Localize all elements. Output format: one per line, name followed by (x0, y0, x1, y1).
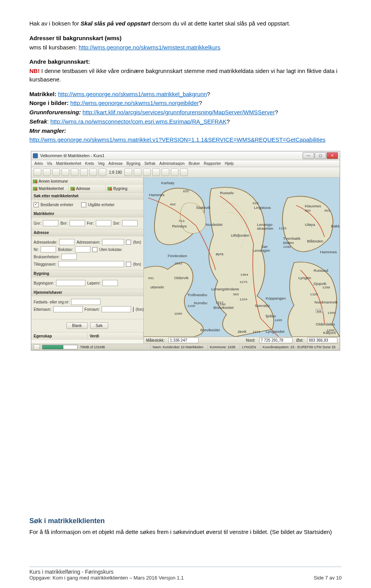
map-label: Jøvik (237, 330, 247, 334)
map-column: KarlsøyHansnes655492RusselvStakkvik713Re… (144, 178, 340, 344)
wms-heading: Adresser til bakgrunnskart (wms) (29, 34, 342, 42)
layer-icon (107, 187, 112, 191)
inp-bruks[interactable] (61, 254, 77, 260)
toolbar-scale[interactable]: 1:8 190 (108, 170, 123, 175)
layer-icon (33, 180, 37, 183)
map-label: Russelv (220, 191, 234, 195)
minimize-button[interactable]: — (303, 152, 314, 159)
chk-fon-3[interactable] (133, 307, 134, 312)
map-label: straumen (257, 227, 273, 230)
toolbar-btn[interactable] (71, 168, 78, 176)
menu-krets[interactable]: Krets (85, 161, 94, 166)
menu-adresse[interactable]: Adresse (109, 161, 123, 166)
ref-norge: Norge i bilder: http://wms.geonorge.no/s… (29, 99, 342, 107)
map-label: Trollvassbu (187, 293, 207, 297)
toolbar-btn[interactable] (152, 168, 160, 176)
layer-icon (70, 187, 75, 191)
chk-bestaende[interactable]: ✓ (34, 202, 39, 207)
map-label: Rotsund (313, 269, 328, 273)
link-grunn[interactable]: http://kart.klif.no/arcgis/services/grun… (83, 109, 275, 115)
link-matrikkel[interactable]: http://wms.geonorge.no/skwms1/wms.matrik… (58, 91, 207, 97)
map-label: Blåtinden (307, 239, 323, 243)
inp-etter[interactable] (53, 306, 83, 312)
inp-lopenr[interactable] (102, 280, 118, 286)
side-tab-annen[interactable]: Annen kommune (31, 178, 143, 185)
side-tabs-lower: Matrikkelenhet Adresse Bygning (31, 185, 143, 192)
chk-fon-1[interactable] (126, 240, 131, 245)
inp-adnavn[interactable] (102, 239, 124, 245)
toolbar-btn[interactable] (99, 168, 106, 176)
inp-fnr[interactable] (96, 220, 111, 226)
menu-matrikkelenhet[interactable]: Matrikkelenhet (56, 161, 81, 166)
inp-tillegg[interactable] (58, 261, 124, 267)
map-label: Svensby (255, 304, 270, 308)
toolbar-btn[interactable] (134, 168, 141, 176)
map-label: 1089 (174, 312, 182, 315)
menu-rapporter[interactable]: Rapporter (204, 161, 221, 166)
side-tab-bygning[interactable]: Bygning (106, 185, 143, 192)
menubar: Arkiv Vis Matrikkelenhet Krets Veg Adres… (31, 160, 340, 167)
close-button[interactable]: ✕ (327, 152, 338, 159)
results-table-body (31, 340, 143, 344)
menu-vis[interactable]: Vis (47, 161, 52, 166)
toolbar-btn[interactable] (180, 168, 188, 176)
inp-snr[interactable] (122, 220, 138, 226)
map-label: Lenangs- (257, 222, 273, 226)
map-label: 1125 (279, 227, 286, 230)
toolbar-btn[interactable] (43, 168, 51, 176)
group-matrikkelnr: Matrikkelnr (31, 210, 143, 217)
toolbar-btn[interactable] (52, 168, 60, 176)
inp-fods[interactable] (71, 299, 100, 305)
menu-hjelp[interactable]: Hjelp (225, 161, 234, 166)
link-norge[interactable]: http://wms.geonorge.no/skwms1/wms.norgei… (70, 100, 199, 106)
inp-bnr[interactable] (70, 220, 85, 226)
map-label: 1109 (187, 304, 195, 308)
toolbar-btn[interactable] (143, 168, 151, 176)
map-label: 1140 (218, 302, 226, 306)
inp-fornavn[interactable] (102, 306, 131, 312)
map-label: 655 (183, 190, 189, 193)
statusbar: 79MB of 131MB Navn: Kursbruker 10 Matrik… (31, 344, 340, 350)
inp-gnr[interactable] (43, 220, 58, 226)
chk-fon-2[interactable] (126, 262, 131, 267)
menu-arkiv[interactable]: Arkiv (34, 161, 43, 166)
link-sefrak[interactable]: http://wms.ra.no/wmsconnector/com.esri.w… (50, 118, 226, 125)
inp-adkode[interactable] (59, 239, 75, 245)
menu-bruker[interactable]: Bruker (189, 161, 200, 166)
search-button[interactable]: Søk (90, 322, 109, 329)
toolbar-btn[interactable] (61, 168, 69, 176)
toolbar-btn[interactable] (124, 168, 132, 176)
toolbar-btn[interactable] (80, 168, 88, 176)
menu-veg[interactable]: Veg (98, 161, 104, 166)
wms-link-kursbasen[interactable]: http://wms.geonorge.no/skwms1/wmstest.ma… (79, 44, 221, 51)
footer-page: Side 7 av 10 (314, 575, 342, 581)
ref-grunn: Grunnforurensing: http://kart.klif.no/ar… (29, 108, 342, 117)
map-label: 603 (325, 209, 330, 212)
ref-sefrak: Sefrak: http://wms.ra.no/wmsconnector/co… (29, 117, 342, 126)
section-body-search: For å få informasjon om et objekt må det… (29, 528, 342, 536)
blank-button[interactable]: Blank (66, 322, 88, 329)
chk-utgatte[interactable] (81, 202, 86, 207)
link-mnr[interactable]: http://wms.geonorge.no/skwms1/wms.matrik… (29, 136, 325, 143)
map-label: Nordeidet (206, 222, 223, 226)
maximize-button[interactable]: ▢ (315, 152, 326, 159)
status-icon[interactable] (34, 344, 40, 350)
map-label: 1320 (310, 292, 318, 296)
scale-value[interactable]: 1:336 247 (168, 337, 199, 343)
chk-uten[interactable] (92, 247, 97, 252)
toolbar-btn[interactable] (171, 168, 179, 176)
inp-bygnr[interactable] (56, 280, 85, 286)
inp-bokstav[interactable] (75, 246, 90, 252)
map-label: Tverrbakk (283, 237, 301, 241)
menu-administrasjon[interactable]: Administrasjon (159, 161, 185, 166)
toolbar-btn[interactable] (162, 168, 169, 176)
layer-icon (33, 187, 37, 191)
map-view[interactable]: KarlsøyHansnes655492RusselvStakkvik713Re… (144, 178, 340, 337)
side-tab-matrikkel[interactable]: Matrikkelenhet (31, 185, 69, 192)
menu-bygning[interactable]: Bygning (126, 161, 140, 166)
side-tab-adresse[interactable]: Adresse (69, 185, 106, 192)
toolbar-btn[interactable] (34, 168, 41, 176)
inp-nr[interactable] (41, 246, 56, 252)
toolbar-btn[interactable] (89, 168, 97, 176)
menu-sefrak[interactable]: Sefrak (144, 161, 155, 166)
